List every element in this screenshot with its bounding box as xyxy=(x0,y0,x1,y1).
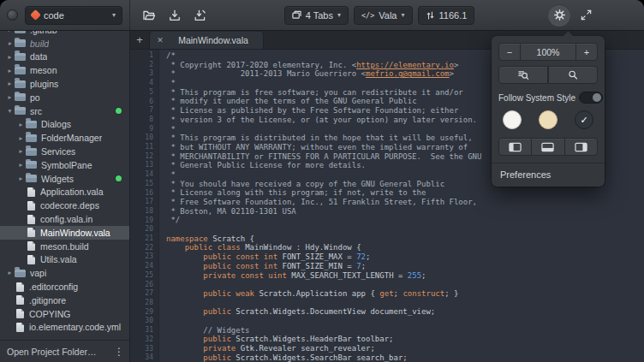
tree-file-meson-build[interactable]: meson.build xyxy=(0,240,129,253)
tree-folder-foldermanager[interactable]: ▸FolderManager xyxy=(0,131,129,145)
disclosure-triangle[interactable]: ▸ xyxy=(16,175,26,182)
zoom-out-button[interactable]: − xyxy=(498,43,521,61)
toolbar: 4 Tabs ▾ </> Vala ▾ 1166.1 xyxy=(130,0,644,30)
line-number: 28 xyxy=(130,299,153,308)
tree-folder-dialogs[interactable]: ▸Dialogs xyxy=(0,118,129,132)
headerbar: code ▾ 4 Tabs ▾ </> Vala ▾ xyxy=(0,0,644,31)
language-label: Vala xyxy=(379,10,397,21)
code-line: */ xyxy=(166,216,644,225)
tree-folder-widgets[interactable]: ▸Widgets xyxy=(0,172,129,186)
find-in-file-icon xyxy=(517,69,529,80)
code-line: private const uint MAX_SEARCH_TEXT_LENGT… xyxy=(166,271,644,281)
disclosure-triangle[interactable]: ▾ xyxy=(5,108,15,115)
code-line: public const int FONT_SIZE_MAX = 72; xyxy=(166,252,644,262)
open-project-folder-button[interactable]: Open Project Folder… xyxy=(7,347,112,357)
fullscreen-icon xyxy=(580,9,593,21)
zoom-in-button[interactable]: + xyxy=(575,43,598,61)
tab-mainwindow-vala[interactable]: ✕ MainWindow.vala xyxy=(149,32,264,49)
zoom-level-button[interactable]: 100% xyxy=(521,43,575,61)
tree-folder-symbolpane[interactable]: ▸SymbolPane xyxy=(0,158,129,172)
tree-file-editorconfig[interactable]: .editorconfig xyxy=(0,280,129,294)
language-selector-button[interactable]: </> Vala ▾ xyxy=(354,6,413,25)
tree-folder-data[interactable]: ▸data xyxy=(0,50,129,64)
fullscreen-button[interactable] xyxy=(575,5,596,26)
line-number: 13 xyxy=(130,161,153,170)
folder-icon xyxy=(26,148,37,156)
toggle-sidebar-button[interactable] xyxy=(498,138,532,156)
goto-line-button[interactable]: 1166.1 xyxy=(418,6,475,25)
tree-file-copying[interactable]: COPYING xyxy=(0,307,129,321)
code-line: public Scratch.Widgets.DocumentView docu… xyxy=(166,307,644,317)
tabs-icon xyxy=(292,10,301,20)
tab-close-icon[interactable]: ✕ xyxy=(155,36,165,45)
tree-file-config-vala-in[interactable]: config.vala.in xyxy=(0,212,129,226)
project-name: code xyxy=(44,10,108,21)
follow-system-style-switch[interactable] xyxy=(579,92,603,104)
line-number: 15 xyxy=(130,180,153,189)
window-close-button[interactable] xyxy=(7,9,18,21)
folder-icon xyxy=(15,53,26,61)
tree-file-codecore-deps[interactable]: codecore.deps xyxy=(0,199,129,212)
preferences-menu-item[interactable]: Preferences xyxy=(498,168,598,180)
gear-icon xyxy=(553,9,566,21)
tree-folder-build[interactable]: ▸build xyxy=(0,37,129,50)
find-in-project-button[interactable] xyxy=(548,66,598,84)
disclosure-triangle[interactable]: ▸ xyxy=(16,162,26,169)
disclosure-triangle[interactable]: ▸ xyxy=(16,148,26,155)
disclosure-triangle[interactable]: ▸ xyxy=(5,40,15,47)
code-line xyxy=(166,317,644,326)
folder-icon xyxy=(15,93,26,101)
toggle-outline-button[interactable] xyxy=(564,138,598,156)
open-file-button[interactable] xyxy=(139,5,159,26)
sepia-style-button[interactable] xyxy=(539,110,558,129)
line-number: 19 xyxy=(130,217,153,226)
find-button[interactable] xyxy=(498,66,548,84)
save-as-icon xyxy=(194,9,207,22)
light-style-button[interactable] xyxy=(503,110,522,129)
disclosure-triangle[interactable]: ▸ xyxy=(5,270,15,276)
tree-folder-plugins[interactable]: ▸plugins xyxy=(0,77,129,91)
settings-menu-button[interactable] xyxy=(548,4,570,27)
tree-folder-meson[interactable]: ▸meson xyxy=(0,63,129,77)
code-line: * License along with this program; if no… xyxy=(166,188,644,198)
tree-folder-src[interactable]: ▾src xyxy=(0,104,129,118)
tabs-menu-button[interactable]: 4 Tabs ▾ xyxy=(284,6,349,25)
tree-file-io-elementary-code-yml[interactable]: io.elementary.code.yml xyxy=(0,321,129,335)
disclosure-triangle[interactable]: ▸ xyxy=(5,54,15,61)
code-app-window: code ▾ 4 Tabs ▾ </> Vala ▾ xyxy=(0,0,644,362)
save-button[interactable] xyxy=(164,5,185,26)
tree-item-label: meson xyxy=(30,65,57,75)
line-number: 22 xyxy=(130,244,153,253)
tree-file-application-vala[interactable]: Application.vala xyxy=(0,186,129,199)
new-tab-button[interactable]: + xyxy=(130,31,149,49)
tree-folder-services[interactable]: ▸Services xyxy=(0,145,129,158)
code-line: * Free Software Foundation, Inc., 51 Fra… xyxy=(166,198,644,207)
project-chooser-button[interactable]: code ▾ xyxy=(25,6,122,25)
tree-item-label: Utils.vala xyxy=(40,254,77,264)
save-as-button[interactable] xyxy=(190,5,211,26)
code-line: namespace Scratch { xyxy=(166,234,644,244)
panel-left-icon xyxy=(509,142,522,152)
disclosure-triangle[interactable]: ▸ xyxy=(16,135,26,142)
project-overflow-menu-button[interactable]: ⋮ xyxy=(112,346,126,358)
disclosure-triangle[interactable]: ▸ xyxy=(5,68,15,74)
tree-folder-vapi[interactable]: ▸vapi xyxy=(0,266,129,280)
search-icon xyxy=(567,69,579,80)
disclosure-triangle[interactable]: ▸ xyxy=(5,94,15,101)
settings-popover: − 100% + Follow System Style ✓ xyxy=(492,36,605,187)
tree-folder-github[interactable]: ▸.github xyxy=(0,31,129,37)
tree-folder-po[interactable]: ▸po xyxy=(0,91,129,104)
code-line: public Scratch.Widgets.SearchBar search_… xyxy=(166,353,644,362)
disclosure-triangle[interactable]: ▸ xyxy=(16,122,26,128)
toggle-terminal-button[interactable] xyxy=(532,138,564,156)
tree-file-mainwindow-vala[interactable]: MainWindow.vala xyxy=(0,226,129,240)
tree-file-gitignore[interactable]: .gitignore xyxy=(0,294,129,307)
tree-file-utils-vala[interactable]: Utils.vala xyxy=(0,253,129,267)
project-icon xyxy=(30,9,41,21)
dark-style-button[interactable]: ✓ xyxy=(575,110,593,129)
disclosure-triangle[interactable]: ▸ xyxy=(5,31,15,33)
disclosure-triangle[interactable]: ▸ xyxy=(5,80,15,87)
tree-item-label: Dialogs xyxy=(41,119,71,129)
tree-item-label: meson.build xyxy=(40,241,89,252)
folder-icon xyxy=(26,175,37,182)
